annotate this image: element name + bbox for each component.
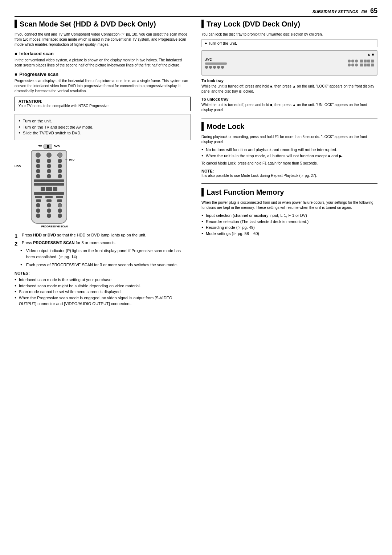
long-btn1 — [34, 179, 64, 182]
last-function-bullets: Input selection (channel or auxiliary in… — [201, 212, 377, 236]
mode-lock-title: Mode Lock — [201, 122, 377, 131]
last-function-bullet-4: Mode settings (☞ pg. 58 – 60) — [201, 231, 377, 237]
notes-section: NOTES: Interlaced scan mode is the setti… — [15, 271, 191, 307]
mode-lock-bullets: No buttons will function and playback an… — [201, 147, 377, 159]
bottom-row3 — [33, 214, 65, 218]
tray-lock-title: Tray Lock (DVD Deck Only) — [201, 20, 377, 28]
tray-lock-intro: You can lock the disc tray to prohibit t… — [201, 32, 377, 37]
progressive-scan-heading: Progressive scan — [15, 72, 191, 77]
interlaced-scan-text: In the conventional video system, a pict… — [15, 58, 191, 68]
notes-title: NOTES: — [15, 271, 191, 275]
remote-wrapper: HDD TV ▐▌ DVD — [15, 145, 73, 228]
step-before-2: Turn on the TV and select the AV mode. — [19, 124, 187, 130]
interlaced-scan-heading: Interlaced scan — [15, 51, 191, 56]
btn3 — [57, 153, 62, 158]
long-btn2 — [34, 183, 64, 186]
mode-lock-bullet-1: No buttons will function and playback an… — [201, 147, 377, 153]
hdd-label: HDD — [15, 165, 21, 168]
mode-lock-note-title: NOTE: — [201, 169, 214, 173]
progressive-scan-label: PROGRESSIVE SCAN — [36, 225, 73, 228]
mode-lock-note-text: It is also possible to use Mode Lock dur… — [201, 174, 317, 178]
attention-box: ATTENTION: Your TV needs to be compatibl… — [15, 97, 191, 111]
btn1 — [36, 153, 41, 158]
numpad-row3 — [33, 169, 65, 173]
note-1: Interlaced scan mode is the setting at y… — [15, 277, 191, 283]
to-lock-tray-text: While the unit is turned off, press and … — [201, 84, 377, 94]
step-before-3: Slide the TV/DVD switch to DVD. — [19, 130, 187, 136]
mode-lock-bullet-2: When the unit is in the stop mode, all b… — [201, 153, 377, 159]
to-lock-tray-heading: To lock tray — [201, 78, 377, 83]
page-header: SUBSIDIARY SETTINGS EN 65 — [15, 7, 377, 17]
scan-mode-title: Scan Mode Set (HDD & DVD Deck Only) — [15, 20, 191, 28]
left-column: Scan Mode Set (HDD & DVD Deck Only) If y… — [15, 20, 191, 308]
dvd-player-left: JVC — [205, 57, 227, 69]
mode-lock-divider — [201, 118, 377, 118]
small-btn-row1 — [33, 196, 65, 198]
top-btn-row — [33, 153, 65, 158]
jvc-logo: JVC — [205, 57, 227, 61]
bottom-row1 — [33, 203, 65, 207]
note-2: Interlaced scan mode might be suitable d… — [15, 283, 191, 289]
dvd-player-diagram: JVC — [201, 50, 377, 76]
mode-lock-note-box: NOTE: It is also possible to use Mode Lo… — [201, 169, 377, 178]
note-3: Scan mode cannot be set while menu scree… — [15, 289, 191, 295]
dvd-tray — [205, 62, 227, 65]
note-4: When the Progressive scan mode is engage… — [15, 295, 191, 307]
numpad-row4 — [33, 174, 65, 178]
last-function-bullet-3: Recording mode (☞ pg. 49) — [201, 224, 377, 231]
section-title: SUBSIDIARY SETTINGS — [313, 9, 358, 14]
steps-before-box: Turn on the unit. Turn on the TV and sel… — [15, 114, 191, 140]
dvd-btn-row-left — [205, 66, 227, 69]
progressive-scan-text: Progressive scan displays all the horizo… — [15, 78, 191, 94]
numbered-steps: 1 Press HDD or DVD so that the HDD or DV… — [15, 232, 191, 268]
last-function-divider — [201, 183, 377, 184]
numpad-row1 — [33, 159, 65, 163]
notes-list: Interlaced scan mode is the setting at y… — [15, 277, 191, 307]
last-function-intro: When the power plug is disconnected from… — [201, 200, 377, 210]
scan-mode-intro: If you connect the unit and TV with Comp… — [15, 32, 191, 47]
turn-off-bullet: ● — [205, 41, 208, 45]
turn-off-text: Turn off the unit. — [208, 41, 237, 45]
step-2-text: Press PROGRESSIVE SCAN for 3 or more sec… — [20, 240, 116, 245]
steps-before-list: Turn on the unit. Turn on the TV and sel… — [19, 118, 187, 136]
nav-cluster — [33, 187, 65, 191]
last-function-title: Last Function Memory — [201, 188, 377, 197]
small-btn-row2 — [33, 199, 65, 202]
step-2-bullet-2: Each press of PROGRESSIVE SCAN for 3 or … — [20, 262, 191, 268]
step-2-subbullets: Video output indicator (P) lights on the… — [20, 248, 191, 268]
eject-symbol: ▲ ■ — [367, 52, 374, 56]
long-btn3 — [34, 192, 64, 195]
tv-dvd-switch: ▐▌ — [44, 145, 52, 149]
lang-label: EN — [362, 9, 367, 14]
turn-off-box: ● Turn off the unit. — [201, 39, 377, 47]
step-1: 1 Press HDD or DVD so that the HDD or DV… — [15, 232, 191, 239]
step-1-text: Press HDD or DVD so that the HDD or DVD … — [20, 233, 146, 237]
remote-diagram: HDD TV ▐▌ DVD — [15, 145, 191, 228]
step-2-bullet-1: Video output indicator (P) lights on the… — [20, 248, 191, 260]
main-content: Scan Mode Set (HDD & DVD Deck Only) If y… — [15, 20, 377, 308]
step-2: 2 Press PROGRESSIVE SCAN for 3 or more s… — [15, 240, 191, 268]
last-function-bullet-1: Input selection (channel or auxiliary in… — [201, 212, 377, 219]
btn2 — [46, 153, 52, 158]
remote-body-container: TV ▐▌ DVD → DVD — [25, 145, 73, 228]
numpad-row2 — [33, 164, 65, 168]
attention-title: ATTENTION: — [19, 99, 187, 104]
tv-dvd-row: TV ▐▌ DVD — [25, 145, 73, 149]
dvd-arrow: → DVD — [64, 157, 74, 161]
to-unlock-tray-heading: To unlock tray — [201, 97, 377, 101]
bottom-row2 — [33, 208, 65, 213]
last-function-bullet-2: Recorder selection (The last selected de… — [201, 219, 377, 225]
step-before-1: Turn on the unit. — [19, 118, 187, 124]
attention-text: Your TV needs to be compatible with NTSC… — [19, 104, 187, 109]
page-number: 65 — [370, 7, 377, 15]
remote-body: → DVD — [31, 150, 67, 224]
mode-lock-cancel-text: To cancel Mode Lock, press and hold F1 a… — [201, 161, 377, 166]
dvd-player-right — [348, 60, 374, 66]
to-unlock-tray-text: While the unit is turned off, press and … — [201, 102, 377, 113]
mode-lock-intro: During playback or recording, press and … — [201, 134, 377, 145]
right-column: Tray Lock (DVD Deck Only) You can lock t… — [201, 20, 377, 308]
